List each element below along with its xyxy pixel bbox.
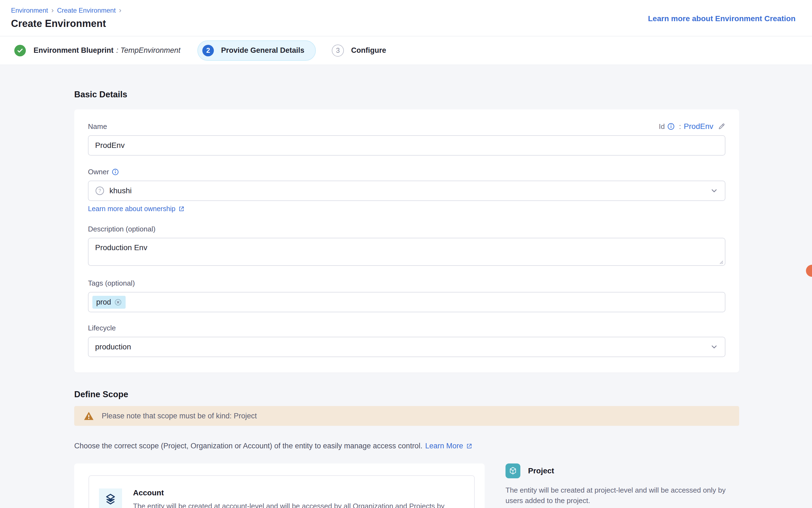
scope-warning-banner: Please note that scope must be of kind: … (74, 406, 739, 426)
account-title: Account (133, 489, 463, 497)
basic-details-card: Name Id : ProdEnv Owner ? (74, 110, 739, 373)
account-scope-texts: Account The entity will be created at ac… (133, 489, 463, 508)
account-description: The entity will be created at account-le… (133, 501, 463, 508)
id-info-icon[interactable] (668, 123, 675, 130)
lifecycle-value[interactable] (95, 342, 710, 351)
edit-id-icon[interactable] (718, 123, 725, 130)
description-label: Description (optional) (88, 225, 725, 234)
description-textarea[interactable]: Production Env (88, 238, 725, 266)
breadcrumb-separator-icon: › (119, 6, 122, 14)
name-label: Name (88, 122, 107, 131)
lifecycle-label: Lifecycle (88, 324, 725, 332)
id-separator: : (679, 122, 681, 131)
breadcrumb-environment[interactable]: Environment (11, 7, 48, 14)
scope-intro-text: Choose the correct scope (Project, Organ… (74, 442, 423, 450)
define-scope-heading: Define Scope (74, 373, 739, 399)
textarea-resize-handle-icon[interactable] (718, 259, 724, 265)
account-scope-panel: Account The entity will be created at ac… (74, 463, 485, 508)
basic-details-heading: Basic Details (74, 65, 739, 99)
project-scope-panel: Project The entity will be created at pr… (488, 463, 739, 508)
wizard-stepper: Environment Blueprint : TempEnvironment … (0, 36, 812, 65)
owner-select[interactable]: ? (88, 181, 725, 201)
id-value[interactable]: ProdEnv (684, 122, 713, 131)
step-configure[interactable]: 3 Configure (332, 45, 386, 57)
step-complete-check-icon (14, 45, 26, 56)
breadcrumb: Environment › Create Environment › (11, 6, 796, 14)
tags-label: Tags (optional) (88, 279, 725, 288)
step3-number-badge: 3 (332, 45, 344, 57)
learn-more-environment-creation-link[interactable]: Learn more about Environment Creation (648, 14, 796, 23)
svg-text:?: ? (98, 188, 101, 194)
warning-triangle-icon (84, 411, 94, 421)
chevron-down-icon (710, 187, 718, 195)
scope-learn-more-link[interactable]: Learn More (425, 442, 463, 450)
step1-label: Environment Blueprint (34, 46, 114, 55)
step-provide-general-details[interactable]: 2 Provide General Details (197, 40, 316, 61)
step3-label: Configure (351, 46, 386, 55)
step2-label: Provide General Details (221, 46, 304, 55)
user-placeholder-icon: ? (95, 186, 104, 196)
step2-number-badge: 2 (202, 45, 214, 56)
remove-tag-icon[interactable] (114, 299, 122, 306)
tags-input[interactable]: prod (88, 292, 725, 312)
page-header: Environment › Create Environment › Creat… (0, 0, 812, 36)
scope-intro: Choose the correct scope (Project, Organ… (74, 442, 739, 450)
breadcrumb-separator-icon: › (51, 6, 54, 14)
project-description: The entity will be created at project-le… (506, 485, 734, 506)
tag-chip-text: prod (96, 298, 111, 306)
project-scope-header[interactable]: Project (506, 463, 739, 478)
owner-label: Owner (88, 168, 109, 176)
external-link-icon (466, 443, 473, 450)
owner-info-icon[interactable] (112, 169, 119, 175)
lifecycle-select[interactable] (88, 337, 725, 357)
entity-id-row: Id : ProdEnv (659, 122, 725, 131)
scope-warning-text: Please note that scope must be of kind: … (102, 412, 257, 420)
learn-more-ownership-link[interactable]: Learn more about ownership (88, 205, 185, 213)
learn-more-ownership-text: Learn more about ownership (88, 205, 175, 213)
step1-selected-blueprint: : TempEnvironment (116, 46, 180, 55)
account-layers-icon (99, 489, 122, 508)
step-environment-blueprint[interactable]: Environment Blueprint : TempEnvironment (14, 45, 180, 56)
id-label: Id (659, 122, 665, 131)
project-title: Project (528, 466, 554, 475)
name-input[interactable] (88, 135, 725, 156)
chevron-down-icon (710, 343, 718, 351)
breadcrumb-create-environment[interactable]: Create Environment (57, 7, 116, 14)
owner-value[interactable] (110, 186, 710, 195)
project-cube-icon (506, 463, 520, 478)
external-link-icon (178, 206, 185, 212)
account-scope-card[interactable]: Account The entity will be created at ac… (88, 475, 475, 508)
scope-options: Account The entity will be created at ac… (74, 463, 739, 508)
tag-chip-prod: prod (92, 296, 126, 309)
main-content: Basic Details Name Id : ProdEnv Owner (0, 65, 812, 508)
